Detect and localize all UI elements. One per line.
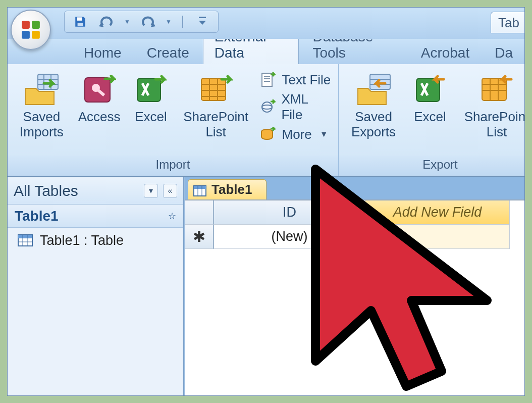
cell-newfield[interactable] — [365, 225, 510, 249]
ribbon-group-import: Saved Imports Access — [8, 64, 339, 176]
svg-rect-7 — [38, 74, 58, 89]
nav-group-header[interactable]: Table1 ☆ — [8, 205, 183, 228]
export-excel-label: Excel — [414, 110, 446, 125]
select-all-cell[interactable] — [185, 200, 214, 225]
work-area: All Tables ▾ « Table1 ☆ Table1 : Table — [8, 176, 524, 395]
datasheet-area: Table1 ID Add New Field ✱ (New) — [184, 177, 524, 395]
import-more-label: More — [282, 127, 311, 142]
navpane-menu-button[interactable]: ▾ — [144, 184, 158, 198]
tab-home[interactable]: Home — [72, 40, 133, 64]
qat-separator — [181, 15, 185, 29]
save-button[interactable] — [72, 13, 89, 30]
import-textfile-label: Text File — [282, 72, 331, 88]
access-icon — [83, 75, 116, 105]
navpane-collapse-button[interactable]: « — [163, 184, 177, 198]
svg-rect-6 — [199, 17, 206, 18]
saved-imports-icon — [24, 73, 59, 107]
titlebar: ▼ ▼ Tab — [8, 8, 524, 39]
ribbon: Saved Imports Access — [8, 64, 524, 176]
saved-exports-icon — [356, 73, 391, 107]
navpane-header: All Tables ▾ « — [8, 177, 183, 205]
table-icon — [18, 234, 33, 247]
svg-rect-5 — [78, 23, 83, 26]
tab-create[interactable]: Create — [135, 40, 201, 64]
import-xmlfile-label: XML File — [281, 91, 331, 123]
app-window: ▼ ▼ Tab Home Create External Data Databa… — [7, 7, 525, 396]
chevron-down-icon: ▼ — [320, 130, 328, 139]
redo-button[interactable] — [139, 13, 156, 30]
chevron-down-icon[interactable]: ▼ — [166, 18, 172, 25]
contextual-tab-label: Tab — [491, 12, 524, 33]
group-label-export: Export — [339, 156, 525, 176]
svg-rect-22 — [262, 73, 272, 86]
svg-rect-3 — [32, 31, 40, 39]
svg-rect-1 — [32, 21, 40, 29]
svg-rect-39 — [18, 235, 32, 238]
saved-exports-label: Saved Exports — [351, 110, 396, 140]
undo-button[interactable] — [98, 13, 115, 30]
customize-icon — [198, 16, 207, 28]
svg-rect-4 — [77, 17, 82, 21]
nav-group-title: Table1 — [15, 208, 59, 224]
import-excel-button[interactable]: Excel — [130, 69, 172, 125]
office-button[interactable] — [11, 10, 51, 50]
svg-rect-44 — [194, 186, 206, 189]
xmlfile-icon — [259, 98, 276, 116]
import-more-button[interactable]: More ▼ — [259, 126, 331, 143]
import-access-label: Access — [78, 110, 121, 125]
more-icon — [259, 126, 277, 143]
saved-imports-label: Saved Imports — [20, 110, 64, 140]
svg-rect-0 — [22, 21, 30, 29]
chevron-down-icon[interactable]: ▼ — [124, 18, 130, 25]
new-record-row[interactable]: ✱ (New) — [185, 225, 524, 249]
svg-rect-33 — [482, 78, 506, 100]
office-logo-icon — [20, 19, 41, 40]
qat-customize-button[interactable] — [194, 13, 211, 30]
ribbon-group-export: Saved Exports Excel — [339, 64, 525, 176]
import-excel-label: Excel — [135, 110, 167, 125]
redo-icon — [140, 16, 155, 27]
export-sharepoint-label: SharePoint List — [464, 110, 525, 140]
cell-id-new[interactable]: (New) — [214, 225, 365, 249]
export-sharepoint-button[interactable]: SharePoint List — [459, 69, 525, 140]
tab-acrobat[interactable]: Acrobat — [409, 40, 482, 64]
column-header-id[interactable]: ID — [214, 200, 365, 225]
object-tab-label: Table1 — [211, 182, 252, 197]
sharepoint-list-icon — [199, 75, 233, 105]
saved-exports-button[interactable]: Saved Exports — [346, 69, 401, 140]
import-xmlfile-button[interactable]: XML File — [259, 91, 331, 123]
chevron-down-icon: ▾ — [149, 186, 153, 195]
import-more-list: Text File XML File More ▼ — [259, 69, 331, 143]
import-sharepoint-button[interactable]: SharePoint List — [179, 69, 253, 140]
excel-icon — [414, 75, 446, 105]
navigation-pane: All Tables ▾ « Table1 ☆ Table1 : Table — [8, 177, 184, 395]
datasheet-grid: ID Add New Field ✱ (New) — [185, 199, 524, 249]
row-selector-new[interactable]: ✱ — [185, 225, 214, 249]
saved-imports-button[interactable]: Saved Imports — [15, 69, 69, 140]
group-label-import: Import — [8, 156, 338, 176]
quick-access-toolbar: ▼ ▼ — [64, 11, 219, 33]
new-record-icon: ✱ — [193, 228, 205, 245]
excel-icon — [135, 75, 167, 105]
ribbon-tabstrip: Home Create External Data Database Tools… — [8, 39, 524, 64]
svg-rect-2 — [22, 31, 30, 39]
navpane-title[interactable]: All Tables — [14, 182, 139, 199]
import-textfile-button[interactable]: Text File — [259, 71, 331, 88]
export-excel-button[interactable]: Excel — [408, 69, 452, 125]
object-tab-table1[interactable]: Table1 — [188, 179, 267, 199]
sharepoint-list-icon — [480, 75, 513, 105]
undo-icon — [99, 16, 114, 27]
nav-item-label: Table1 : Table — [40, 233, 124, 248]
chevron-up-icon: ☆ — [168, 211, 176, 222]
import-access-button[interactable]: Access — [76, 69, 123, 125]
tab-partial[interactable]: Da — [483, 40, 524, 64]
table-icon — [193, 184, 206, 195]
textfile-icon — [259, 71, 277, 88]
save-icon — [74, 15, 87, 28]
object-tabbar: Table1 — [185, 177, 524, 199]
column-header-add-new-field[interactable]: Add New Field — [365, 200, 510, 225]
collapse-icon: « — [168, 186, 173, 195]
import-sharepoint-label: SharePoint List — [183, 110, 248, 140]
nav-item-table1[interactable]: Table1 : Table — [8, 228, 183, 254]
svg-rect-15 — [137, 78, 161, 102]
